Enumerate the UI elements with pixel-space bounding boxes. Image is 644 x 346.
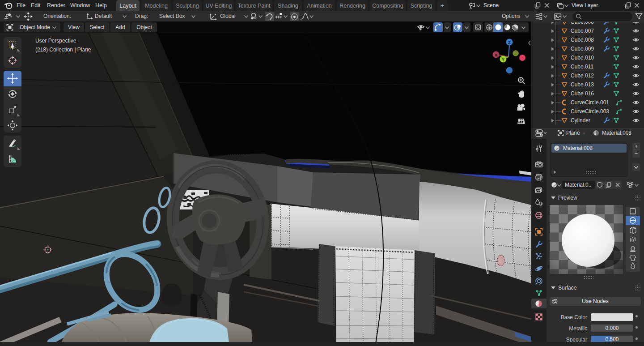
svg-text:X: X — [495, 53, 497, 57]
svg-text:Z: Z — [508, 40, 511, 45]
svg-text:Y: Y — [502, 57, 504, 62]
